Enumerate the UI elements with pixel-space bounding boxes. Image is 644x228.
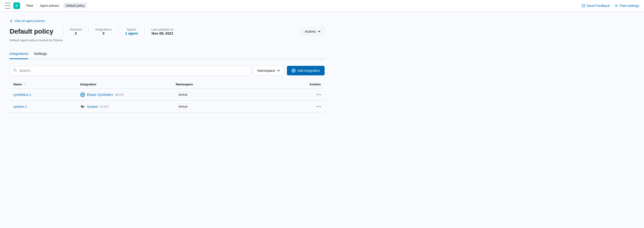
- col-actions: Actions: [220, 80, 325, 89]
- breadcrumb-sep-2: ›: [62, 4, 63, 7]
- actions-button[interactable]: Actions: [301, 27, 325, 35]
- last-updated-value: Nov 08, 2021: [152, 31, 173, 35]
- sort-icon: ↑: [24, 83, 25, 86]
- policy-header: Default policy Revision 3 Integrations 3…: [10, 27, 325, 35]
- search-container: [10, 66, 250, 75]
- integration-version: v1.4.0: [100, 105, 108, 108]
- namespace-badge: default: [176, 104, 190, 109]
- tab-integrations[interactable]: Integrations: [10, 49, 28, 59]
- row-more-actions[interactable]: [316, 94, 321, 95]
- integration-version: v0.3.0: [115, 93, 124, 96]
- system-icon: [80, 104, 85, 109]
- send-feedback-link[interactable]: Send Feedback: [582, 4, 610, 8]
- col-name[interactable]: Name ↑: [10, 80, 76, 89]
- svg-point-0: [616, 5, 617, 6]
- search-row: Namespace Add integration: [10, 66, 325, 75]
- row-integration: System v1.4.0: [76, 101, 172, 113]
- table-row: system-1 System v1.4.0 default: [10, 101, 325, 113]
- integration-link[interactable]: System: [87, 105, 98, 109]
- integrations-table: Name ↑ Integration Namespace Actions syn…: [10, 80, 325, 113]
- fleet-settings-link[interactable]: Fleet settings: [615, 4, 639, 8]
- top-nav: D Fleet › Agent policies › Default polic…: [0, 0, 644, 11]
- breadcrumb-agent-policies[interactable]: Agent policies: [38, 3, 62, 8]
- dot: [316, 106, 318, 107]
- dot: [320, 94, 321, 95]
- integration-link[interactable]: Elastic Synthetics: [87, 93, 113, 97]
- col-namespace: Namespace: [172, 80, 220, 89]
- dot: [318, 94, 319, 95]
- agents-stat: Agents 1 agent: [118, 28, 145, 35]
- row-more-actions[interactable]: [316, 106, 321, 107]
- breadcrumb: Fleet › Agent policies › Default policy: [24, 3, 87, 8]
- namespace-label: Namespace: [257, 69, 275, 72]
- table-header-row: Name ↑ Integration Namespace Actions: [10, 80, 325, 89]
- breadcrumb-default-policy: Default policy: [64, 3, 87, 8]
- back-link[interactable]: View all agent policies: [10, 19, 325, 23]
- nav-right: Send Feedback Fleet settings: [582, 4, 639, 8]
- last-updated-label: Last updated on: [151, 28, 174, 31]
- plus-circle-icon: [292, 69, 296, 72]
- policy-stats: Revision 3 Integrations 3 Agents 1 agent…: [63, 28, 180, 35]
- namespace-button[interactable]: Namespace: [253, 66, 284, 75]
- chevron-down-icon: [318, 30, 320, 33]
- chevron-left-icon: [10, 19, 13, 23]
- tabs: Integrations Settings: [10, 49, 325, 59]
- row-name: system-1: [10, 101, 76, 113]
- add-integration-button[interactable]: Add integration: [287, 66, 325, 75]
- row-namespace: default: [172, 101, 220, 113]
- namespace-chevron-icon: [277, 69, 280, 72]
- dot: [316, 94, 318, 95]
- breadcrumb-fleet[interactable]: Fleet: [24, 3, 36, 8]
- policy-description: Default agent policy created by Kibana: [10, 38, 325, 42]
- dot: [318, 106, 319, 107]
- integrations-stat: Integrations 3: [88, 28, 118, 35]
- dot: [320, 106, 321, 107]
- name-link[interactable]: synthetics-1: [13, 93, 31, 97]
- row-integration: Elastic Synthetics v0.3.0: [76, 89, 172, 101]
- search-input[interactable]: [19, 69, 247, 72]
- tab-settings[interactable]: Settings: [34, 49, 47, 59]
- revision-stat: Revision 3: [63, 28, 89, 35]
- name-link[interactable]: system-1: [13, 105, 27, 109]
- external-link-icon: [582, 4, 585, 7]
- integrations-value: 3: [102, 31, 104, 35]
- table-row: synthetics-1 Elastic Synthetics v0.3.0 d…: [10, 89, 325, 101]
- actions-label: Actions: [305, 29, 316, 33]
- hamburger-icon[interactable]: [5, 3, 10, 8]
- fleet-settings-label: Fleet settings: [620, 4, 639, 8]
- integrations-label: Integrations: [95, 28, 112, 31]
- last-updated-stat: Last updated on Nov 08, 2021: [145, 28, 180, 35]
- gear-icon: [615, 4, 618, 7]
- revision-value: 3: [75, 31, 76, 35]
- namespace-badge: default: [176, 92, 190, 97]
- col-integration: Integration: [76, 80, 172, 89]
- agents-value[interactable]: 1 agent: [125, 31, 138, 35]
- page-title: Default policy: [10, 28, 54, 35]
- svg-point-7: [82, 94, 83, 95]
- agents-label: Agents: [126, 28, 136, 31]
- search-icon: [13, 68, 17, 73]
- row-actions: [220, 89, 325, 101]
- synthetics-icon: [80, 92, 85, 97]
- back-link-label: View all agent policies: [14, 19, 45, 23]
- row-name: synthetics-1: [10, 89, 76, 101]
- row-namespace: default: [172, 89, 220, 101]
- avatar: D: [13, 2, 20, 9]
- breadcrumb-sep-1: ›: [36, 4, 37, 7]
- send-feedback-label: Send Feedback: [586, 4, 610, 8]
- revision-label: Revision: [70, 28, 82, 31]
- row-actions: [220, 101, 325, 113]
- page-content: View all agent policies Default policy R…: [0, 11, 334, 120]
- add-integration-label: Add integration: [298, 69, 320, 72]
